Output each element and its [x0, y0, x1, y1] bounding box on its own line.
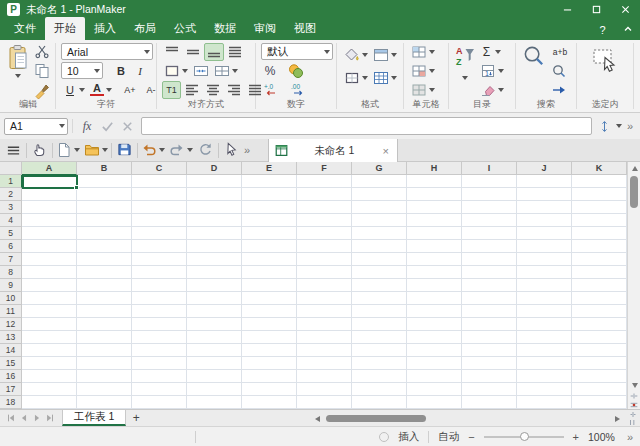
- format-table-button[interactable]: [371, 69, 399, 87]
- insert-function-button[interactable]: fx: [77, 117, 97, 135]
- cell-F3[interactable]: [297, 201, 352, 214]
- cell-E13[interactable]: [242, 331, 297, 344]
- cell-D5[interactable]: [187, 227, 242, 240]
- delete-cells-button[interactable]: [409, 62, 437, 80]
- cell-K17[interactable]: [572, 383, 627, 396]
- cell-I4[interactable]: [462, 214, 517, 227]
- formula-input[interactable]: [141, 117, 592, 135]
- cell-F18[interactable]: [297, 396, 352, 409]
- cell-K9[interactable]: [572, 279, 627, 292]
- align-left-button[interactable]: [182, 81, 202, 99]
- column-header-I[interactable]: I: [462, 162, 517, 175]
- cell-A6[interactable]: [22, 240, 77, 253]
- fill-handle[interactable]: [74, 185, 79, 190]
- cell-E11[interactable]: [242, 305, 297, 318]
- maximize-button[interactable]: [582, 0, 611, 19]
- cell-J2[interactable]: [517, 188, 572, 201]
- row-header-11[interactable]: 11: [0, 305, 22, 318]
- cell-J6[interactable]: [517, 240, 572, 253]
- cell-I16[interactable]: [462, 370, 517, 383]
- scroll-down-arrow[interactable]: [628, 379, 640, 392]
- cell-D12[interactable]: [187, 318, 242, 331]
- cell-H11[interactable]: [407, 305, 462, 318]
- collapse-ribbon-button[interactable]: [615, 24, 640, 36]
- cell-A8[interactable]: [22, 266, 77, 279]
- cell-F14[interactable]: [297, 344, 352, 357]
- cell-G9[interactable]: [352, 279, 407, 292]
- vertical-scrollbar[interactable]: [627, 162, 640, 392]
- cell-D2[interactable]: [187, 188, 242, 201]
- cell-E6[interactable]: [242, 240, 297, 253]
- cell-K15[interactable]: [572, 357, 627, 370]
- cell-B7[interactable]: [77, 253, 132, 266]
- cell-K8[interactable]: [572, 266, 627, 279]
- fill-button[interactable]: 1: [478, 62, 506, 80]
- cell-K13[interactable]: [572, 331, 627, 344]
- cell-B18[interactable]: [77, 396, 132, 409]
- split-horizontal-buttons[interactable]: [626, 410, 640, 427]
- cell-A12[interactable]: [22, 318, 77, 331]
- cell-A3[interactable]: [22, 201, 77, 214]
- cell-H7[interactable]: [407, 253, 462, 266]
- cell-E10[interactable]: [242, 292, 297, 305]
- cell-F9[interactable]: [297, 279, 352, 292]
- cell-K7[interactable]: [572, 253, 627, 266]
- cell-F6[interactable]: [297, 240, 352, 253]
- menu-tab-review[interactable]: 审阅: [245, 17, 285, 40]
- add-decimal-button[interactable]: +.0: [261, 81, 281, 99]
- cell-E5[interactable]: [242, 227, 297, 240]
- cancel-entry-button[interactable]: [117, 117, 137, 135]
- menu-icon[interactable]: [4, 141, 23, 160]
- cell-J13[interactable]: [517, 331, 572, 344]
- cell-E12[interactable]: [242, 318, 297, 331]
- cell-J1[interactable]: [517, 175, 572, 188]
- text-orientation-button[interactable]: T1: [162, 81, 181, 99]
- font-size-select[interactable]: 10: [61, 62, 103, 79]
- cell-I3[interactable]: [462, 201, 517, 214]
- cell-B15[interactable]: [77, 357, 132, 370]
- confirm-entry-button[interactable]: [97, 117, 117, 135]
- fill-color-button[interactable]: [342, 46, 370, 64]
- cell-C2[interactable]: [132, 188, 187, 201]
- cell-E1[interactable]: [242, 175, 297, 188]
- cell-D9[interactable]: [187, 279, 242, 292]
- grow-font-button[interactable]: A+: [120, 81, 140, 99]
- cell-A4[interactable]: [22, 214, 77, 227]
- cell-G2[interactable]: [352, 188, 407, 201]
- cell-A2[interactable]: [22, 188, 77, 201]
- zoom-in-button[interactable]: +: [573, 431, 579, 443]
- recalc-mode-indicator[interactable]: 自动: [438, 430, 459, 444]
- cell-E17[interactable]: [242, 383, 297, 396]
- cell-J11[interactable]: [517, 305, 572, 318]
- font-name-select[interactable]: Arial: [61, 43, 153, 60]
- cell-B12[interactable]: [77, 318, 132, 331]
- cell-F16[interactable]: [297, 370, 352, 383]
- cell-H12[interactable]: [407, 318, 462, 331]
- cell-layout-button[interactable]: [212, 62, 240, 80]
- cell-D15[interactable]: [187, 357, 242, 370]
- cell-H17[interactable]: [407, 383, 462, 396]
- menu-tab-file[interactable]: 文件: [5, 17, 45, 40]
- formula-bar-resize-icon[interactable]: [598, 117, 612, 135]
- horizontal-scrollbar[interactable]: [312, 413, 622, 425]
- cell-F15[interactable]: [297, 357, 352, 370]
- cell-A18[interactable]: [22, 396, 77, 409]
- cell-A13[interactable]: [22, 331, 77, 344]
- insert-mode-indicator[interactable]: 插入: [398, 430, 419, 444]
- cell-B11[interactable]: [77, 305, 132, 318]
- cell-E16[interactable]: [242, 370, 297, 383]
- cell-I5[interactable]: [462, 227, 517, 240]
- cell-D13[interactable]: [187, 331, 242, 344]
- cell-I14[interactable]: [462, 344, 517, 357]
- cell-H13[interactable]: [407, 331, 462, 344]
- cell-J10[interactable]: [517, 292, 572, 305]
- cell-K2[interactable]: [572, 188, 627, 201]
- cell-F2[interactable]: [297, 188, 352, 201]
- previous-sheet-button[interactable]: [17, 410, 30, 426]
- number-format-select[interactable]: 默认: [261, 43, 333, 60]
- cell-J18[interactable]: [517, 396, 572, 409]
- cell-D14[interactable]: [187, 344, 242, 357]
- cell-D10[interactable]: [187, 292, 242, 305]
- cell-frame-button[interactable]: [162, 62, 190, 80]
- menu-tab-data[interactable]: 数据: [205, 17, 245, 40]
